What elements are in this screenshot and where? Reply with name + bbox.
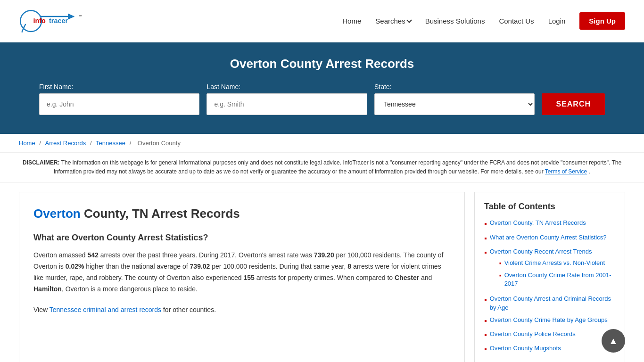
- first-name-group: First Name:: [39, 83, 199, 115]
- breadcrumb-tennessee[interactable]: Tennessee: [96, 140, 125, 147]
- body-chester: Chester: [395, 274, 419, 281]
- article-title-highlight: Overton: [33, 206, 81, 221]
- toc-link-3[interactable]: Overton County Recent Arrest Trends: [490, 248, 592, 255]
- toc-item-7: ▪ Overton County Mugshots: [484, 344, 615, 354]
- body-mid3: higher than the national average of: [84, 263, 190, 270]
- body-155: 155: [243, 274, 254, 281]
- toc-link-4[interactable]: Overton County Arrest and Criminal Recor…: [490, 295, 615, 312]
- toc-sub-bullet-2: ▪: [499, 271, 502, 280]
- main-nav: Home Searches Business Solutions Contact…: [342, 12, 625, 30]
- main-content: Overton County, TN Arrest Records What a…: [0, 182, 644, 362]
- toc-sub-item-2: ▪ Overton County Crime Rate from 2001-20…: [499, 271, 615, 288]
- toc-bullet-5: ▪: [484, 316, 487, 326]
- toc-item-2: ▪ What are Overton County Arrest Statist…: [484, 233, 615, 244]
- toc-sub-link-2[interactable]: Overton County Crime Rate from 2001-2017: [504, 271, 615, 288]
- scroll-to-top-button[interactable]: ▲: [602, 329, 625, 353]
- view-records-line: View Tennessee criminal and arrest recor…: [33, 304, 450, 316]
- first-name-input[interactable]: [39, 93, 199, 115]
- section1-title: What are Overton County Arrest Statistic…: [33, 233, 450, 243]
- breadcrumb-arrest-records[interactable]: Arrest Records: [45, 140, 86, 147]
- body-0-02: 0.02%: [66, 263, 84, 270]
- disclaimer-label: DISCLAIMER:: [23, 159, 60, 166]
- body-739-20: 739.20: [314, 251, 334, 259]
- search-button[interactable]: SEARCH: [542, 93, 605, 115]
- body-end: , Overton is a more dangerous place to r…: [62, 285, 198, 293]
- last-name-label: Last Name:: [206, 83, 240, 90]
- body-pre-542: Overton amassed: [33, 251, 87, 259]
- hero-title: Overton County Arrest Records: [19, 57, 625, 71]
- toc-link-6[interactable]: Overton County Police Records: [490, 330, 576, 338]
- toc-bullet-6: ▪: [484, 330, 487, 340]
- breadcrumb-sep-1: /: [39, 140, 42, 147]
- body-mid6: arrests for property crimes. When compar…: [255, 274, 395, 281]
- toc-link-1[interactable]: Overton County, TN Arrest Records: [490, 219, 586, 227]
- last-name-group: Last Name:: [206, 83, 367, 115]
- body-739-02: 739.02: [190, 263, 210, 270]
- toc-bullet-1: ▪: [484, 219, 487, 229]
- body-542: 542: [87, 251, 98, 259]
- first-name-label: First Name:: [39, 83, 73, 90]
- nav-contact-us[interactable]: Contact Us: [499, 17, 534, 25]
- state-group: State: Tennessee: [374, 83, 535, 115]
- breadcrumb-sep-3: /: [130, 140, 133, 147]
- toc-link-5[interactable]: Overton County Crime Rate by Age Groups: [490, 316, 608, 324]
- article-body-p1: Overton amassed 542 arrests over the pas…: [33, 250, 450, 295]
- toc-sub-bullet-1: ▪: [499, 259, 502, 268]
- breadcrumb: Home / Arrest Records / Tennessee / Over…: [0, 134, 644, 153]
- search-form: First Name: Last Name: State: Tennessee …: [39, 83, 605, 115]
- body-hamilton: Hamilton: [33, 285, 62, 293]
- nav-login[interactable]: Login: [548, 17, 566, 25]
- svg-text:info: info: [33, 16, 46, 24]
- toc-bullet-4: ▪: [484, 295, 487, 305]
- svg-text:tracer: tracer: [49, 16, 68, 24]
- last-name-input[interactable]: [206, 93, 367, 115]
- arrow-up-icon: ▲: [609, 336, 618, 346]
- disclaimer-bar: DISCLAIMER: The information on this webp…: [0, 153, 644, 182]
- toc-link-7[interactable]: Overton County Mugshots: [490, 344, 561, 353]
- body-8: 8: [347, 263, 351, 270]
- toc-bullet-7: ▪: [484, 344, 487, 354]
- site-logo: info tracer ™: [19, 7, 94, 35]
- breadcrumb-overton-county: Overton County: [138, 140, 181, 147]
- toc-title: Table of Contents: [484, 202, 615, 212]
- toc-bullet-2: ▪: [484, 233, 487, 244]
- breadcrumb-home[interactable]: Home: [19, 140, 35, 147]
- state-select[interactable]: Tennessee: [374, 93, 535, 115]
- disclaimer-tos-link[interactable]: Terms of Service: [545, 168, 587, 175]
- body-mid7: and: [419, 274, 432, 281]
- signup-button[interactable]: Sign Up: [579, 12, 625, 30]
- toc-sub-list: ▪ Violent Crime Arrests vs. Non-Violent …: [490, 259, 615, 288]
- breadcrumb-sep-2: /: [90, 140, 93, 147]
- body-mid4: per 100,000 residents. During that same …: [210, 263, 347, 270]
- toc-item-6: ▪ Overton County Police Records: [484, 330, 615, 340]
- hero-banner: Overton County Arrest Records First Name…: [0, 42, 644, 134]
- toc-sub-link-1[interactable]: Violent Crime Arrests vs. Non-Violent: [504, 259, 605, 267]
- toc-list: ▪ Overton County, TN Arrest Records ▪ Wh…: [484, 219, 615, 354]
- toc-link-2[interactable]: What are Overton County Arrest Statistic…: [490, 233, 607, 242]
- disclaimer-tos-end: .: [589, 168, 590, 175]
- toc-item-5: ▪ Overton County Crime Rate by Age Group…: [484, 316, 615, 326]
- article-title: Overton County, TN Arrest Records: [33, 206, 450, 221]
- nav-home[interactable]: Home: [342, 17, 361, 25]
- toc-item-4: ▪ Overton County Arrest and Criminal Rec…: [484, 295, 615, 312]
- site-header: info tracer ™ Home Searches Business Sol…: [0, 0, 644, 42]
- logo-area: info tracer ™: [19, 7, 94, 35]
- svg-text:™: ™: [78, 14, 82, 18]
- body-mid1: arrests over the past three years. Durin…: [99, 251, 314, 259]
- article-section: Overton County, TN Arrest Records What a…: [19, 192, 465, 362]
- view-tn-records-link[interactable]: Tennessee criminal and arrest records: [50, 306, 161, 313]
- toc-bullet-3: ▪: [484, 247, 487, 258]
- toc-item-3: ▪ Overton County Recent Arrest Trends ▪ …: [484, 247, 615, 291]
- disclaimer-body: The information on this webpage is for g…: [54, 159, 621, 175]
- nav-searches[interactable]: Searches: [375, 17, 411, 25]
- toc-item-1: ▪ Overton County, TN Arrest Records: [484, 219, 615, 229]
- article-title-rest: County, TN Arrest Records: [81, 206, 240, 221]
- view-post: for other counties.: [161, 306, 216, 313]
- state-label: State:: [374, 83, 392, 90]
- view-pre: View: [33, 306, 50, 313]
- nav-business-solutions[interactable]: Business Solutions: [425, 17, 485, 25]
- chevron-down-icon: [406, 17, 412, 23]
- toc-sub-item-1: ▪ Violent Crime Arrests vs. Non-Violent: [499, 259, 615, 268]
